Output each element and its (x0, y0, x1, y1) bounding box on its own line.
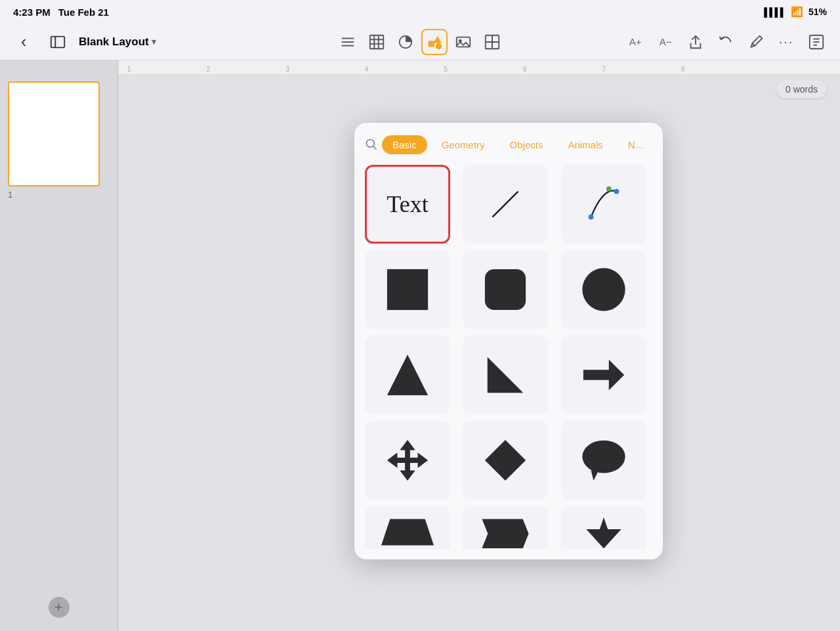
media-icon (455, 33, 472, 51)
curve-shape (581, 181, 627, 227)
category-tabs: Basic Geometry Objects Animals N… (365, 133, 652, 156)
shape-picker-popup: Basic Geometry Objects Animals N… Text (354, 123, 663, 559)
list-icon (339, 33, 356, 51)
sidebar-icon (49, 33, 66, 51)
shape-item-text[interactable]: Text (365, 165, 450, 244)
chart-icon (397, 33, 414, 51)
svg-marker-43 (586, 517, 621, 548)
right-triangle-shape (482, 352, 528, 398)
speech-bubble-shape (581, 437, 627, 483)
toolbar-center (285, 29, 555, 55)
shape-item-triangle[interactable] (365, 336, 450, 414)
shape-text-label: Text (387, 190, 428, 218)
tab-objects[interactable]: Objects (499, 135, 554, 154)
svg-marker-12 (433, 35, 442, 43)
share-icon (687, 33, 704, 51)
page-thumbnail[interactable] (8, 81, 100, 186)
group-button[interactable] (479, 29, 505, 55)
shape-item-right-triangle[interactable] (463, 336, 548, 414)
add-page-icon: + (54, 600, 63, 615)
svg-marker-37 (387, 440, 428, 481)
svg-point-33 (582, 268, 625, 311)
svg-marker-42 (482, 519, 529, 548)
chart-button[interactable] (392, 29, 419, 55)
tab-geometry[interactable]: Geometry (431, 135, 495, 154)
shape-picker-button[interactable] (421, 29, 448, 55)
main-content: 1 + 1 2 3 4 5 6 7 8 0 words (0, 60, 840, 631)
time: 4:23 PM (13, 7, 51, 18)
table-button[interactable] (364, 29, 390, 55)
inspector-button[interactable] (803, 29, 830, 55)
svg-rect-32 (485, 269, 526, 310)
tab-basic[interactable]: Basic (382, 135, 427, 154)
shape-item-curve[interactable] (561, 165, 646, 244)
shape-item-speech-bubble[interactable] (561, 421, 646, 500)
page-number: 1 (8, 190, 12, 200)
search-button[interactable] (365, 133, 378, 156)
circle-shape (581, 267, 627, 313)
svg-point-28 (588, 215, 593, 220)
svg-marker-38 (485, 440, 526, 481)
svg-marker-34 (387, 355, 428, 395)
svg-marker-41 (381, 519, 434, 546)
group-icon (484, 33, 501, 51)
shape-item-line[interactable] (463, 165, 548, 244)
arrow-shape (581, 352, 627, 398)
shapes-bottom (365, 506, 652, 549)
shape-icon (426, 33, 443, 51)
svg-point-29 (614, 189, 619, 194)
undo-button[interactable] (713, 29, 739, 55)
pen-button[interactable] (743, 29, 769, 55)
more-button[interactable]: ··· (773, 29, 799, 55)
back-button[interactable]: ‹ (10, 29, 37, 55)
tab-nature[interactable]: N… (618, 135, 656, 154)
star-shape (578, 514, 630, 549)
doc-title-chevron: ▾ (152, 37, 156, 47)
svg-marker-40 (591, 471, 598, 481)
table-icon (368, 33, 385, 51)
svg-line-20 (752, 43, 755, 45)
sidebar-toggle-button[interactable] (45, 29, 71, 55)
signal-icon: ▌▌▌▌ (764, 7, 786, 17)
svg-rect-17 (492, 35, 499, 41)
shapes-grid: Text (365, 165, 652, 500)
shape-item-chevron[interactable] (463, 506, 548, 549)
move-shape (385, 437, 430, 483)
svg-rect-31 (387, 269, 428, 310)
date: Tue Feb 21 (58, 7, 109, 18)
battery-icon: 51% (808, 7, 827, 17)
svg-rect-18 (486, 42, 492, 49)
rounded-rect-shape (482, 267, 528, 313)
list-button[interactable] (335, 29, 361, 55)
shape-item-rounded-rect[interactable] (463, 250, 548, 329)
chevron-shape (479, 514, 532, 549)
share-button[interactable] (682, 29, 709, 55)
line-shape (482, 181, 528, 227)
ruler-top: 1 2 3 4 5 6 7 8 (118, 60, 840, 75)
svg-marker-35 (488, 357, 523, 393)
svg-marker-36 (583, 360, 624, 391)
status-bar-left: 4:23 PM Tue Feb 21 (13, 7, 109, 18)
shape-item-arrow[interactable] (561, 336, 646, 414)
text-decrease-button[interactable]: A− (652, 29, 679, 55)
inspector-icon (808, 33, 825, 51)
doc-title: Blank Layout ▾ (79, 35, 156, 49)
shape-item-diamond[interactable] (463, 421, 548, 500)
toolbar-left: ‹ Blank Layout ▾ (10, 29, 280, 55)
shape-item-move[interactable] (365, 421, 450, 500)
shape-item-circle[interactable] (561, 250, 646, 329)
word-count-badge: 0 words (776, 80, 827, 98)
shape-item-star[interactable] (561, 506, 646, 549)
shape-item-trapezoid[interactable] (365, 506, 450, 549)
add-page-button[interactable]: + (49, 597, 70, 618)
status-bar-right: ▌▌▌▌ 📶 51% (764, 6, 827, 18)
search-icon (365, 138, 378, 151)
text-increase-button[interactable]: A+ (622, 29, 648, 55)
media-button[interactable] (450, 29, 476, 55)
shape-item-square[interactable] (365, 250, 450, 329)
svg-rect-0 (51, 36, 64, 47)
tab-animals[interactable]: Animals (557, 135, 613, 154)
status-bar: 4:23 PM Tue Feb 21 ▌▌▌▌ 📶 51% (0, 0, 840, 24)
svg-rect-16 (486, 35, 492, 41)
svg-point-39 (582, 441, 625, 473)
